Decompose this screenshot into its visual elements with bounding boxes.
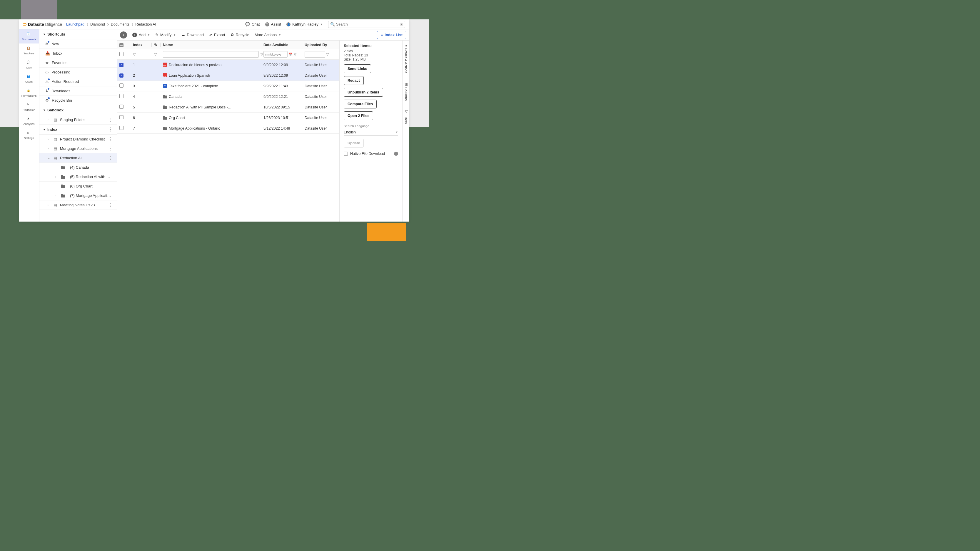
- more-icon[interactable]: ⋮: [108, 127, 113, 132]
- index-list-button[interactable]: ≡Index List: [377, 31, 406, 39]
- table-row[interactable]: 4Canada9/9/2022 12:21Datasite User: [117, 91, 339, 102]
- row-checkbox[interactable]: [119, 115, 124, 119]
- column-header-name[interactable]: Name: [161, 41, 261, 49]
- filter-icon[interactable]: ▽: [261, 52, 263, 56]
- send-links-button[interactable]: Send Links: [344, 64, 371, 73]
- row-checkbox[interactable]: ✓: [119, 73, 124, 78]
- chevron-right-icon[interactable]: ›: [55, 194, 58, 197]
- more-icon[interactable]: ⋮: [108, 203, 113, 208]
- column-header-uploaded[interactable]: Uploaded By: [302, 41, 339, 49]
- cell-name[interactable]: Loan Application Spanish: [161, 70, 261, 81]
- open-files-button[interactable]: Open 2 Files: [344, 111, 373, 120]
- checkbox-indeterminate[interactable]: [119, 43, 124, 47]
- table-row[interactable]: ✓2Loan Application Spanish9/9/2022 12:09…: [117, 70, 339, 81]
- row-checkbox[interactable]: [119, 126, 124, 130]
- filter-icon[interactable]: ▽: [326, 52, 329, 56]
- more-icon[interactable]: ⋮: [108, 146, 113, 151]
- tree-section-shortcuts[interactable]: ▾ Shortcuts: [40, 29, 117, 40]
- tree-section-sandbox[interactable]: ▾ Sandbox: [40, 105, 117, 115]
- shortcut-item[interactable]: ⬇Downloads: [40, 86, 117, 96]
- nav-users[interactable]: 👥Users: [19, 72, 39, 86]
- date-filter-input[interactable]: [263, 51, 288, 57]
- nav-qa[interactable]: 💬Q&A: [19, 57, 39, 72]
- shortcut-item[interactable]: ★Favorites: [40, 58, 117, 68]
- breadcrumb-root[interactable]: Launchpad: [66, 22, 84, 27]
- index-tree-item[interactable]: (4) Canada: [40, 163, 117, 172]
- search-language-select[interactable]: English ▼: [344, 129, 398, 136]
- uploaded-filter-input[interactable]: [305, 51, 325, 57]
- cell-name[interactable]: Org Chart: [161, 113, 261, 123]
- select-all-checkbox[interactable]: [119, 52, 124, 56]
- shortcut-item[interactable]: 📥Inbox: [40, 49, 117, 58]
- shortcut-item[interactable]: ♻Recycle Bin: [40, 96, 117, 105]
- tab-details-actions[interactable]: ≡Details & Actions: [404, 44, 408, 73]
- row-checkbox[interactable]: [119, 83, 124, 87]
- back-button[interactable]: ‹: [120, 32, 127, 38]
- more-actions-button[interactable]: More Actions▼: [255, 33, 281, 37]
- index-tree-item[interactable]: ⌄▤Redaction AI⋮: [40, 153, 117, 163]
- nav-documents[interactable]: 📄Documents: [19, 29, 39, 43]
- table-row[interactable]: ✓1Declaracion de bienes y pasivos9/9/202…: [117, 60, 339, 70]
- native-download-checkbox[interactable]: [344, 152, 348, 156]
- redact-button[interactable]: Redact: [344, 76, 364, 85]
- chevron-right-icon[interactable]: ›: [48, 147, 51, 150]
- export-button[interactable]: ⇗Export: [209, 33, 225, 37]
- tab-filters[interactable]: ▽Filters: [404, 109, 408, 124]
- table-row[interactable]: 6Org Chart1/26/2023 10:51Datasite User: [117, 113, 339, 123]
- chevron-right-icon[interactable]: ›: [55, 175, 58, 178]
- cell-name[interactable]: Canada: [161, 91, 261, 102]
- index-tree-item[interactable]: ›▤Meeting Notes FY23⋮: [40, 200, 117, 210]
- row-checkbox[interactable]: [119, 94, 124, 98]
- table-row[interactable]: 3Taxe fonciere 2021 - complete9/9/2022 1…: [117, 81, 339, 91]
- cell-name[interactable]: Mortgage Applications - Ontario: [161, 123, 261, 134]
- name-filter-input[interactable]: [163, 51, 259, 57]
- chevron-right-icon[interactable]: ›: [48, 138, 51, 141]
- compare-files-button[interactable]: Compare Files: [344, 100, 377, 108]
- index-tree-item[interactable]: ›(5) Redaction AI with PII Sam…: [40, 172, 117, 182]
- nav-settings[interactable]: ⚙Settings: [19, 128, 39, 142]
- user-menu[interactable]: 👤 Kathryn Hadley ▼: [286, 22, 323, 27]
- download-button[interactable]: ☁Download: [181, 33, 204, 37]
- column-header-index[interactable]: Index: [130, 41, 152, 49]
- filter-icon[interactable]: ▽: [154, 52, 157, 56]
- column-header-checkbox[interactable]: [117, 41, 130, 49]
- tree-section-index[interactable]: ▾ Index ⋮: [40, 125, 117, 135]
- table-row[interactable]: 5Redaction AI with PII Sample Docs -…10/…: [117, 102, 339, 113]
- row-checkbox[interactable]: ✓: [119, 63, 124, 67]
- index-tree-item[interactable]: ›(7) Mortgage Applications - O…: [40, 191, 117, 200]
- cell-name[interactable]: Taxe fonciere 2021 - complete: [161, 81, 261, 91]
- more-icon[interactable]: ⋮: [108, 137, 113, 141]
- cell-name[interactable]: Declaracion de bienes y pasivos: [161, 60, 261, 70]
- shortcut-item[interactable]: ⚠Action Required: [40, 77, 117, 86]
- nav-redaction[interactable]: ✎Redaction: [19, 100, 39, 114]
- column-header-date[interactable]: Date Available: [261, 41, 302, 49]
- update-button[interactable]: Update: [344, 139, 364, 148]
- shortcut-item[interactable]: ◌Processing: [40, 68, 117, 77]
- calendar-icon[interactable]: 📅: [288, 52, 293, 56]
- nav-trackers[interactable]: 📋Trackers: [19, 43, 39, 57]
- add-button[interactable]: +Add▼: [132, 33, 150, 37]
- breadcrumb-item[interactable]: Documents: [111, 22, 129, 27]
- table-row[interactable]: 7Mortgage Applications - Ontario5/12/202…: [117, 123, 339, 134]
- row-checkbox[interactable]: [119, 105, 124, 109]
- search-input[interactable]: [336, 22, 400, 27]
- info-icon[interactable]: i: [394, 152, 398, 156]
- nav-permissions[interactable]: 🔒Permissions: [19, 86, 39, 100]
- tree-item-staging[interactable]: › ▤ Staging Folder ⋮: [40, 115, 117, 125]
- shortcut-item[interactable]: ✲New: [40, 40, 117, 49]
- more-icon[interactable]: ⋮: [108, 118, 113, 122]
- modify-button[interactable]: ✎Modify▼: [155, 33, 176, 37]
- cell-name[interactable]: Redaction AI with PII Sample Docs -…: [161, 102, 261, 113]
- index-tree-item[interactable]: ›▤Project Diamond Checklist⋮: [40, 135, 117, 144]
- chevron-down-icon[interactable]: ⌄: [48, 156, 51, 160]
- unpublish-button[interactable]: Unpublish 2 Items: [344, 88, 383, 97]
- nav-analytics[interactable]: ◔Analytics: [19, 114, 39, 128]
- filter-icon[interactable]: ▽: [294, 52, 296, 56]
- more-icon[interactable]: ⋮: [108, 156, 113, 160]
- assist-button[interactable]: ? Assist: [265, 22, 282, 27]
- breadcrumb-item[interactable]: Diamond: [90, 22, 105, 27]
- search-box[interactable]: 🔍 /: [328, 21, 405, 28]
- index-tree-item[interactable]: (6) Org Chart: [40, 182, 117, 191]
- recycle-button[interactable]: ♻Recycle: [231, 33, 249, 37]
- index-tree-item[interactable]: ›▤Mortgage Applications⋮: [40, 144, 117, 153]
